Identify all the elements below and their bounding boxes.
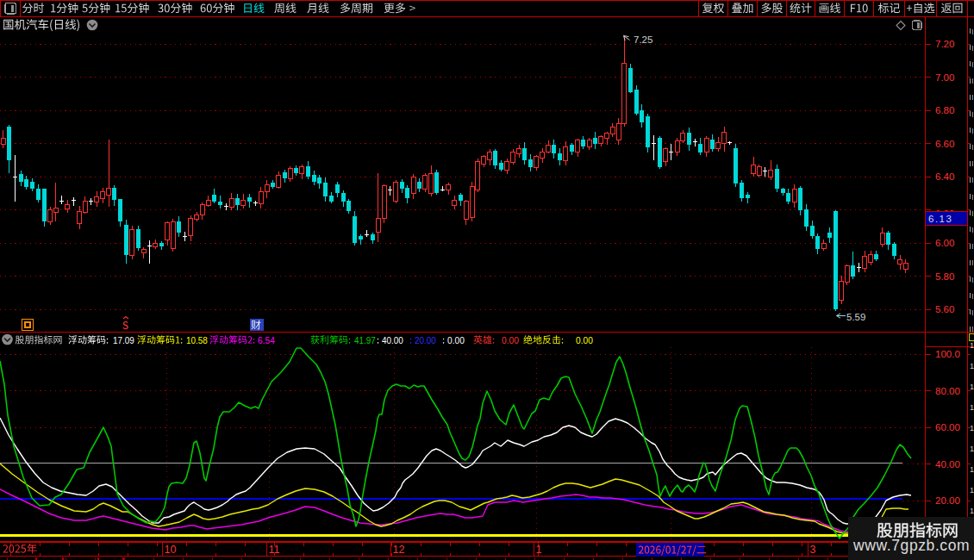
svg-text:6.13: 6.13 [928,214,952,224]
svg-text:5.60: 5.60 [935,304,954,314]
svg-text:10.58: 10.58 [186,335,208,345]
svg-text:6.00: 6.00 [935,238,954,248]
svg-text:100.0: 100.0 [935,349,960,359]
svg-text:40.00: 40.00 [382,335,403,345]
svg-text:1: 1 [970,403,974,412]
svg-text:17.09: 17.09 [113,335,134,345]
svg-text:1: 1 [970,341,974,350]
svg-text:80.00: 80.00 [935,386,960,396]
svg-text:6.60: 6.60 [935,139,954,149]
svg-text:1: 1 [970,383,974,391]
svg-text:7.25: 7.25 [634,34,652,45]
svg-text:12: 12 [393,544,405,556]
svg-text:60.00: 60.00 [935,422,960,432]
svg-text:7.00: 7.00 [935,72,954,83]
svg-text:6.80: 6.80 [935,105,954,115]
svg-text:0.00: 0.00 [447,335,465,345]
svg-text:20.00: 20.00 [415,335,436,345]
svg-text:1: 1 [970,465,974,474]
svg-text:1: 1 [536,544,542,556]
svg-text:1: 1 [970,507,974,515]
svg-text:3: 3 [810,544,816,556]
svg-text:20.00: 20.00 [935,495,960,506]
svg-text:0.00: 0.00 [576,335,593,345]
svg-text:0.00: 0.00 [502,335,519,345]
svg-text:www.7gpzb.com: www.7gpzb.com [852,537,970,554]
svg-text:6.54: 6.54 [258,335,275,345]
svg-text:5.80: 5.80 [935,271,954,282]
svg-text:5.59: 5.59 [846,312,865,322]
svg-text:41.97: 41.97 [354,335,376,345]
svg-text:11: 11 [269,544,280,556]
svg-text:6.40: 6.40 [935,171,954,182]
svg-text:1: 1 [970,445,974,453]
svg-text:40.00: 40.00 [935,459,960,470]
svg-text:1: 1 [970,424,974,432]
svg-text:1: 1 [970,362,974,370]
svg-text:1: 1 [970,486,974,495]
svg-text:10: 10 [165,544,177,556]
svg-text:7.20: 7.20 [935,39,954,49]
